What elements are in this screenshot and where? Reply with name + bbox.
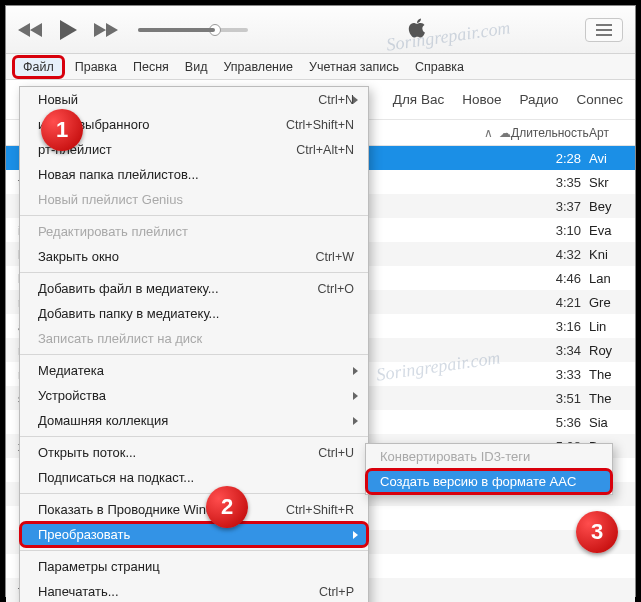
- menu-item-label: Добавить папку в медиатеку...: [38, 306, 354, 321]
- menu-item[interactable]: НовыйCtrl+N: [20, 87, 368, 112]
- track-duration: 4:32: [511, 247, 589, 262]
- nav-radio[interactable]: Радио: [519, 84, 558, 115]
- menu-item: Новый плейлист Genius: [20, 187, 368, 212]
- menu-item-label: Добавить файл в медиатеку...: [38, 281, 318, 296]
- menu-controls[interactable]: Управление: [215, 56, 301, 78]
- menu-shortcut: Ctrl+O: [318, 282, 354, 296]
- menu-shortcut: Ctrl+N: [318, 93, 354, 107]
- menu-item-label: Устройства: [38, 388, 354, 403]
- track-artist: Skr: [589, 175, 625, 190]
- menu-separator: [20, 550, 368, 551]
- menu-bar: Файл Правка Песня Вид Управление Учетная…: [6, 54, 635, 80]
- cloud-icon[interactable]: ☁: [499, 126, 511, 140]
- volume-thumb[interactable]: [209, 24, 221, 36]
- menu-edit[interactable]: Правка: [67, 56, 125, 78]
- menu-item-label: Записать плейлист на диск: [38, 331, 354, 346]
- track-duration: 3:35: [511, 175, 589, 190]
- menu-item-label: Показать в Проводнике Windows: [38, 502, 286, 517]
- menu-help[interactable]: Справка: [407, 56, 472, 78]
- track-artist: Lin: [589, 319, 625, 334]
- track-artist: Roy: [589, 343, 625, 358]
- track-duration: 3:34: [511, 343, 589, 358]
- next-track-icon[interactable]: [92, 22, 118, 38]
- menu-item[interactable]: Новая папка плейлистов...: [20, 162, 368, 187]
- menu-shortcut: Ctrl+Shift+R: [286, 503, 354, 517]
- track-artist: The: [589, 391, 625, 406]
- menu-file[interactable]: Файл: [12, 55, 65, 79]
- menu-item-label: Напечатать...: [38, 584, 319, 599]
- annotation-badge-1: 1: [41, 109, 83, 151]
- menu-item-label: Новый плейлист Genius: [38, 192, 354, 207]
- track-artist: Sia: [589, 415, 625, 430]
- menu-item[interactable]: Добавить файл в медиатеку...Ctrl+O: [20, 276, 368, 301]
- menu-item-label: Медиатека: [38, 363, 354, 378]
- menu-item[interactable]: Преобразовать: [20, 522, 368, 547]
- play-icon[interactable]: [58, 19, 78, 41]
- track-artist: Kni: [589, 247, 625, 262]
- menu-separator: [20, 436, 368, 437]
- menu-item[interactable]: Медиатека: [20, 358, 368, 383]
- menu-separator: [20, 272, 368, 273]
- menu-shortcut: Ctrl+P: [319, 585, 354, 599]
- track-artist: Eva: [589, 223, 625, 238]
- menu-account[interactable]: Учетная запись: [301, 56, 407, 78]
- menu-shortcut: Ctrl+Shift+N: [286, 118, 354, 132]
- menu-item[interactable]: Открыть поток...Ctrl+U: [20, 440, 368, 465]
- annotation-badge-3: 3: [576, 511, 618, 553]
- track-duration: 4:21: [511, 295, 589, 310]
- track-artist: Avi: [589, 151, 625, 166]
- sort-asc-icon[interactable]: ∧: [484, 126, 493, 140]
- nav-for-you[interactable]: Для Вас: [393, 84, 444, 115]
- menu-separator: [20, 354, 368, 355]
- previous-track-icon[interactable]: [18, 22, 44, 38]
- track-duration: 3:51: [511, 391, 589, 406]
- menu-item-label: Подписаться на подкаст...: [38, 470, 354, 485]
- menu-item[interactable]: Подписаться на подкаст...: [20, 465, 368, 490]
- track-duration: 3:16: [511, 319, 589, 334]
- menu-item[interactable]: Показать в Проводнике WindowsCtrl+Shift+…: [20, 497, 368, 522]
- track-artist: Bey: [589, 199, 625, 214]
- menu-item[interactable]: Домашняя коллекция: [20, 408, 368, 433]
- col-artist[interactable]: Арт: [589, 126, 625, 140]
- menu-item[interactable]: Закрыть окноCtrl+W: [20, 244, 368, 269]
- nav-connect[interactable]: Connec: [576, 84, 623, 115]
- nav-new[interactable]: Новое: [462, 84, 501, 115]
- file-menu-dropdown: НовыйCtrl+Nист из выбранногоCtrl+Shift+N…: [19, 86, 369, 602]
- annotation-badge-2: 2: [206, 486, 248, 528]
- menu-item-label: Домашняя коллекция: [38, 413, 354, 428]
- track-duration: 3:37: [511, 199, 589, 214]
- menu-item-label: Открыть поток...: [38, 445, 318, 460]
- menu-item-label: Редактировать плейлист: [38, 224, 354, 239]
- track-artist: Lan: [589, 271, 625, 286]
- track-duration: 5:36: [511, 415, 589, 430]
- menu-item-label: Преобразовать: [38, 527, 354, 542]
- submenu-item[interactable]: Создать версию в формате AAC: [366, 469, 612, 494]
- menu-item-label: Новая папка плейлистов...: [38, 167, 354, 182]
- track-artist: Gre: [589, 295, 625, 310]
- menu-item-label: Параметры страниц: [38, 559, 354, 574]
- list-view-button[interactable]: [585, 18, 623, 42]
- menu-item[interactable]: Параметры страниц: [20, 554, 368, 579]
- track-artist: The: [589, 367, 625, 382]
- menu-item[interactable]: Напечатать...Ctrl+P: [20, 579, 368, 602]
- track-duration: 3:33: [511, 367, 589, 382]
- volume-slider[interactable]: [138, 28, 248, 32]
- apple-logo-icon: [407, 17, 427, 43]
- menu-item-label: Новый: [38, 92, 318, 107]
- menu-item: Редактировать плейлист: [20, 219, 368, 244]
- menu-view[interactable]: Вид: [177, 56, 216, 78]
- menu-item-label: Закрыть окно: [38, 249, 315, 264]
- app-window: Файл Правка Песня Вид Управление Учетная…: [5, 5, 636, 597]
- track-duration: 2:28: [511, 151, 589, 166]
- menu-separator: [20, 215, 368, 216]
- menu-item[interactable]: Добавить папку в медиатеку...: [20, 301, 368, 326]
- menu-separator: [20, 493, 368, 494]
- menu-item[interactable]: Устройства: [20, 383, 368, 408]
- col-duration[interactable]: Длительность: [511, 126, 589, 140]
- menu-shortcut: Ctrl+W: [315, 250, 354, 264]
- track-duration: 3:10: [511, 223, 589, 238]
- playback-toolbar: [6, 6, 635, 54]
- menu-shortcut: Ctrl+Alt+N: [296, 143, 354, 157]
- menu-song[interactable]: Песня: [125, 56, 177, 78]
- track-duration: 4:46: [511, 271, 589, 286]
